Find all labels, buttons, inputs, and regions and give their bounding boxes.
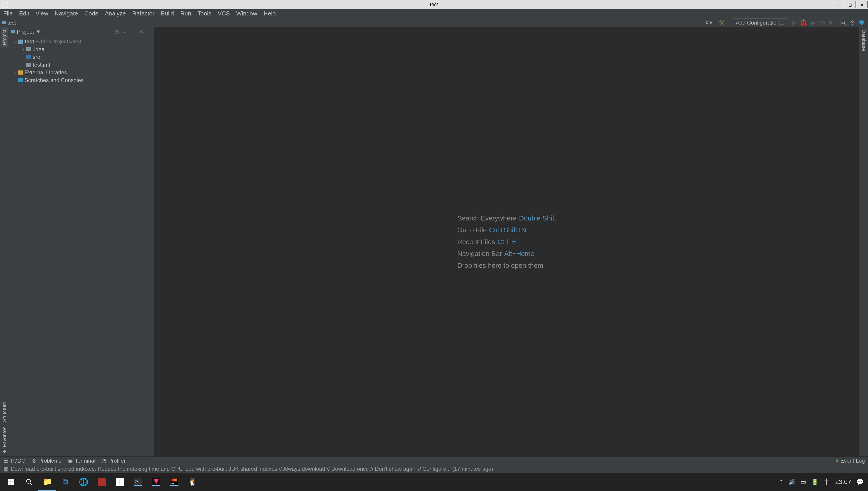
menu-tools[interactable]: Tools	[196, 9, 213, 18]
taskbar-terminal[interactable]: >_	[134, 478, 142, 486]
project-tree: ⌄ test ~/IdeaProjects/test › .idea src t…	[9, 36, 154, 85]
add-configuration-button[interactable]: Add Configuration...	[732, 19, 788, 27]
tray-volume-icon[interactable]: 🔊	[788, 479, 796, 486]
run-button[interactable]: ▶	[790, 19, 798, 26]
status-dot-icon	[836, 459, 838, 462]
breadcrumb[interactable]: test	[7, 20, 16, 26]
taskbar-toolbox[interactable]	[152, 478, 160, 486]
svg-rect-6	[8, 482, 11, 485]
tree-label: Scratches and Consoles	[25, 77, 84, 83]
scratch-icon	[18, 78, 23, 82]
toggle-tool-windows-icon[interactable]: ▣	[3, 466, 8, 472]
tab-database[interactable]: Database	[860, 27, 868, 53]
tray-display-icon[interactable]: ▭	[801, 479, 806, 486]
menu-window[interactable]: Window	[235, 9, 258, 18]
tree-folder-idea[interactable]: › .idea	[9, 46, 154, 53]
tray-chevron-up-icon[interactable]: ⌃	[778, 479, 783, 486]
hint-shortcut: Alt+Home	[504, 250, 534, 257]
tree-label: test	[25, 38, 34, 45]
hide-panel-button[interactable]: —	[147, 29, 152, 34]
hint-shortcut: Ctrl+Shift+N	[489, 226, 526, 234]
collapse-all-button[interactable]: ÷	[130, 29, 135, 34]
svg-rect-4	[8, 479, 11, 482]
tool-todo[interactable]: ☰TODO	[3, 458, 26, 464]
build-hammer-button[interactable]: ⚒	[718, 19, 725, 26]
tool-event-log[interactable]: Event Log	[836, 458, 865, 464]
menu-view[interactable]: View	[34, 9, 50, 18]
tree-root[interactable]: ⌄ test ~/IdeaProjects/test	[9, 38, 154, 46]
tray-battery-icon[interactable]: 🔋	[811, 479, 818, 486]
tool-problems[interactable]: ⊘Problems	[32, 458, 61, 464]
tab-project[interactable]: Project	[1, 27, 8, 47]
svg-line-2	[844, 23, 845, 25]
menu-file[interactable]: File	[2, 9, 14, 18]
debug-button[interactable]: 🐞	[800, 19, 807, 26]
coverage-button[interactable]: ◉	[809, 19, 816, 26]
folder-icon	[2, 21, 6, 24]
search-button[interactable]	[840, 19, 847, 26]
tree-folder-src[interactable]: src	[9, 53, 154, 61]
start-button[interactable]	[2, 473, 20, 491]
taskbar-explorer[interactable]: 📁	[38, 473, 56, 491]
menu-vcs[interactable]: VCS	[216, 9, 231, 18]
taskbar-app-red[interactable]	[98, 478, 106, 486]
tree-scratches[interactable]: Scratches and Consoles	[9, 76, 154, 84]
tree-label: External Libraries	[25, 69, 67, 76]
bottom-tool-strip: ☰TODO ⊘Problems ▣Terminal ◔Profiler Even…	[0, 457, 868, 465]
menu-analyze[interactable]: Analyze	[103, 9, 127, 18]
svg-rect-12	[172, 484, 174, 484]
shield-icon[interactable]	[858, 19, 865, 26]
left-tool-strip: Project Structure ★Favorites	[0, 27, 9, 457]
menu-build[interactable]: Build	[159, 9, 175, 18]
hint-shortcut: Ctrl+E	[497, 238, 517, 246]
tool-terminal[interactable]: ▣Terminal	[68, 458, 95, 464]
user-dropdown-button[interactable]: ▾	[705, 19, 712, 26]
tree-file-iml[interactable]: test.iml	[9, 61, 154, 69]
tree-label: .idea	[33, 46, 44, 53]
taskbar-search[interactable]	[20, 473, 38, 491]
taskbar-app-t[interactable]: T	[116, 478, 124, 486]
tray-clock[interactable]: 23:07	[835, 478, 851, 486]
minimize-button[interactable]: —	[833, 1, 844, 8]
close-button[interactable]: ✕	[857, 1, 868, 8]
panel-settings-button[interactable]: ✲	[138, 29, 144, 34]
expand-all-button[interactable]: ≡	[122, 29, 127, 34]
folder-icon	[26, 47, 31, 51]
tray-notifications-icon[interactable]: 💬	[856, 479, 864, 486]
menu-run[interactable]: Run	[179, 9, 193, 18]
settings-button[interactable]	[849, 19, 856, 26]
tray-ime[interactable]: 中	[824, 478, 830, 487]
profile-button[interactable]: ◔▾	[818, 19, 825, 26]
os-titlebar: test — ▢ ✕	[0, 0, 868, 9]
hint-label: Go to File	[457, 226, 487, 234]
tool-profiler[interactable]: ◔Profiler	[102, 458, 126, 464]
tree-external-libraries[interactable]: › External Libraries	[9, 69, 154, 76]
editor-area[interactable]: Search EverywhereDouble Shift Go to File…	[154, 27, 859, 457]
project-view-selector[interactable]: Project ▼	[11, 29, 41, 35]
select-opened-file-button[interactable]: ◎	[114, 29, 119, 34]
chevron-down-icon[interactable]: ⌄	[13, 38, 17, 45]
tree-label: test.iml	[33, 62, 50, 68]
project-folder-icon	[18, 39, 23, 44]
tab-structure[interactable]: Structure	[1, 399, 8, 424]
taskbar-linux[interactable]: 🐧	[184, 473, 202, 491]
menu-help[interactable]: Help	[262, 9, 277, 18]
chevron-right-icon[interactable]: ›	[13, 69, 17, 76]
taskbar-intellij[interactable]	[170, 478, 179, 486]
stop-button[interactable]: ■	[827, 19, 834, 26]
svg-point-8	[27, 480, 31, 484]
taskbar-vscode[interactable]: ⧉	[56, 473, 74, 491]
chevron-right-icon[interactable]: ›	[21, 46, 25, 53]
menu-code[interactable]: Code	[83, 9, 100, 18]
status-message[interactable]: Download pre-built shared indexes: Reduc…	[11, 466, 493, 472]
tab-favorites[interactable]: ★Favorites	[1, 424, 8, 457]
svg-point-0	[706, 21, 707, 23]
menu-refactor[interactable]: Refactor	[131, 9, 156, 18]
menu-navigate[interactable]: Navigate	[53, 9, 80, 18]
taskbar-chrome[interactable]: 🌐	[74, 473, 93, 491]
menu-edit[interactable]: Edit	[18, 9, 31, 18]
os-taskbar: 📁 ⧉ 🌐 T >_ 🐧 ⌃ 🔊 ▭ 🔋 中 23:07 💬	[0, 473, 868, 491]
maximize-button[interactable]: ▢	[845, 1, 856, 8]
hint-label: Drop files here to open them	[457, 262, 543, 269]
tree-label: src	[33, 54, 40, 60]
